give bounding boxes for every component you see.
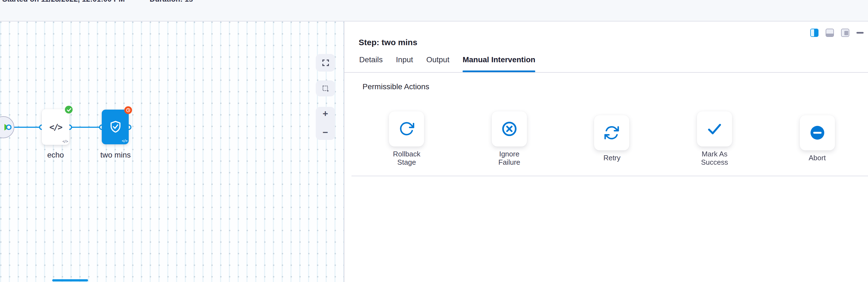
started-timestamp: Started on 11/28/2022, 12:01:00 PM (2, 0, 125, 3)
success-badge-icon (65, 106, 72, 113)
step-label-two-mins: two mins (91, 150, 140, 159)
fullscreen-icon (321, 59, 329, 67)
script-type-icon: </> (122, 139, 127, 143)
edge-echo-to-twomins (69, 127, 102, 128)
step-node-two-mins[interactable]: </> (102, 110, 129, 144)
layout-split-view-icon[interactable] (810, 29, 818, 37)
canvas-zoom-control: + − (316, 107, 335, 140)
action-retry[interactable]: Retry (560, 105, 663, 172)
layout-bottom-view-icon[interactable] (826, 29, 834, 37)
canvas-horizontal-scrollbar[interactable] (52, 279, 88, 281)
waiting-clock-badge-icon (124, 106, 132, 114)
layout-drawer-view-icon[interactable] (841, 29, 849, 37)
marquee-select-icon (321, 85, 329, 92)
permissible-actions-heading: Permissible Actions (363, 82, 429, 91)
script-type-icon: </> (62, 139, 68, 144)
canvas-fullscreen-button[interactable] (316, 54, 335, 72)
mark-as-success-icon (697, 111, 732, 146)
zoom-in-button[interactable]: + (322, 110, 328, 118)
panel-title: Step: two mins (359, 38, 417, 47)
step-details-panel: Step: two mins Details Input Output Manu… (344, 22, 868, 282)
execution-topbar: Started on 11/28/2022, 12:01:00 PM Durat… (0, 0, 868, 22)
pipeline-canvas[interactable]: </> </> echo </> (0, 22, 344, 282)
step-node-echo[interactable]: </> </> (42, 109, 69, 145)
abort-icon (800, 115, 835, 151)
rollback-stage-icon (389, 111, 424, 146)
actions-section-divider (351, 176, 868, 176)
step-tabs: Details Input Output Manual Intervention (359, 55, 549, 72)
canvas-select-button[interactable] (316, 80, 335, 96)
retry-icon (594, 115, 629, 151)
action-abort[interactable]: Abort (766, 105, 868, 172)
duration-text: Duration: 1s (150, 0, 193, 3)
tabs-divider (344, 72, 868, 73)
ignore-failure-icon (492, 111, 527, 146)
tab-details[interactable]: Details (359, 55, 383, 72)
tab-output[interactable]: Output (426, 55, 450, 72)
connector-start-out[interactable] (6, 124, 11, 130)
tab-manual-intervention[interactable]: Manual Intervention (463, 55, 535, 72)
action-rollback-stage[interactable]: Rollback Stage (355, 105, 458, 172)
action-mark-as-success[interactable]: Mark As Success (663, 105, 766, 172)
panel-layout-controls (810, 29, 864, 37)
permissible-actions-row: Rollback Stage Ignore Failure (355, 105, 868, 172)
step-label-echo: echo (31, 150, 80, 159)
minimize-panel-icon[interactable] (857, 32, 864, 34)
pipeline-execution-screen: Started on 11/28/2022, 12:01:00 PM Durat… (0, 0, 868, 282)
action-ignore-failure[interactable]: Ignore Failure (458, 105, 560, 172)
zoom-out-button[interactable]: − (322, 129, 328, 137)
tab-input[interactable]: Input (396, 55, 413, 72)
